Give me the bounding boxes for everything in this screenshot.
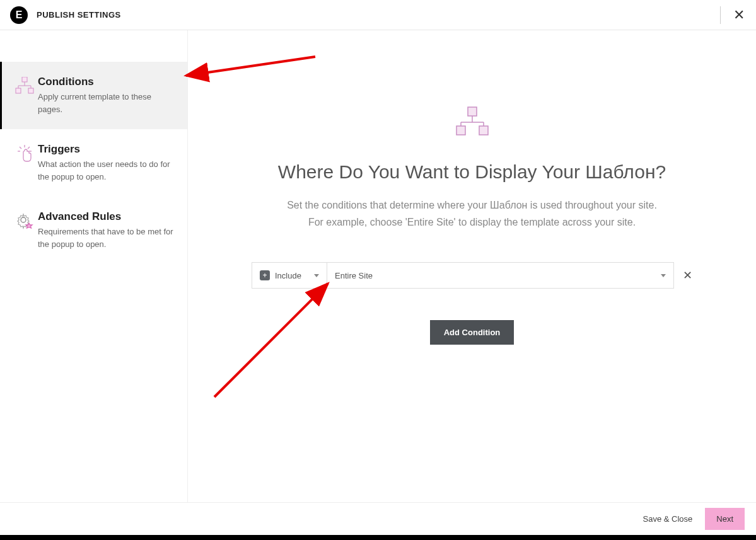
content-wrap: Conditions Apply current template to the… <box>0 30 756 507</box>
sidebar: Conditions Apply current template to the… <box>0 30 188 507</box>
svg-rect-19 <box>457 126 465 135</box>
page-subtext: Set the conditions that determine where … <box>245 197 699 231</box>
plus-icon: + <box>260 270 270 280</box>
location-label: Entire Site <box>335 271 373 280</box>
header-title: PUBLISH SETTINGS <box>37 10 121 20</box>
next-button[interactable]: Next <box>705 508 745 530</box>
sidebar-item-title: Triggers <box>38 143 176 156</box>
main-panel: Where Do You Want to Display Your Шаблон… <box>188 30 756 507</box>
svg-rect-6 <box>28 88 33 93</box>
include-mode-select[interactable]: + Include <box>252 262 327 289</box>
svg-rect-0 <box>22 77 27 82</box>
condition-row: + Include Entire Site ✕ <box>213 262 731 289</box>
sidebar-item-conditions[interactable]: Conditions Apply current template to the… <box>0 62 187 129</box>
include-label: Include <box>275 271 301 280</box>
sidebar-item-triggers[interactable]: Triggers What action the user needs to d… <box>0 129 187 197</box>
header-bar: E PUBLISH SETTINGS ✕ <box>0 0 756 30</box>
app-logo: E <box>10 6 28 24</box>
remove-condition-button[interactable]: ✕ <box>683 268 692 282</box>
tap-icon <box>11 143 38 183</box>
hierarchy-icon <box>11 76 38 115</box>
svg-rect-14 <box>468 107 477 116</box>
svg-line-9 <box>28 147 30 149</box>
svg-line-8 <box>20 147 21 149</box>
gear-star-icon <box>11 210 38 250</box>
svg-rect-5 <box>16 88 21 93</box>
save-close-link[interactable]: Save & Close <box>643 514 693 524</box>
close-button[interactable]: ✕ <box>720 6 745 24</box>
sidebar-item-title: Conditions <box>38 76 176 88</box>
sidebar-item-advanced-rules[interactable]: Advanced Rules Requirements that have to… <box>0 197 187 264</box>
svg-point-12 <box>21 217 26 222</box>
sidebar-item-desc: Apply current template to these pages. <box>38 91 176 115</box>
sidebar-item-desc: What action the user needs to do for the… <box>38 158 176 183</box>
footer-bar: Save & Close Next <box>0 502 756 535</box>
sidebar-item-title: Advanced Rules <box>38 210 176 223</box>
svg-rect-20 <box>479 126 488 135</box>
location-select[interactable]: Entire Site <box>327 262 674 289</box>
svg-marker-13 <box>26 223 32 228</box>
chevron-down-icon <box>661 274 666 277</box>
bottom-black-bar <box>0 535 756 540</box>
sidebar-item-desc: Requirements that have to be met for the… <box>38 226 176 250</box>
hierarchy-hero-icon <box>455 106 490 136</box>
add-condition-button[interactable]: Add Condition <box>430 320 515 345</box>
chevron-down-icon <box>314 274 319 277</box>
page-heading: Where Do You Want to Display Your Шаблон… <box>213 161 731 183</box>
